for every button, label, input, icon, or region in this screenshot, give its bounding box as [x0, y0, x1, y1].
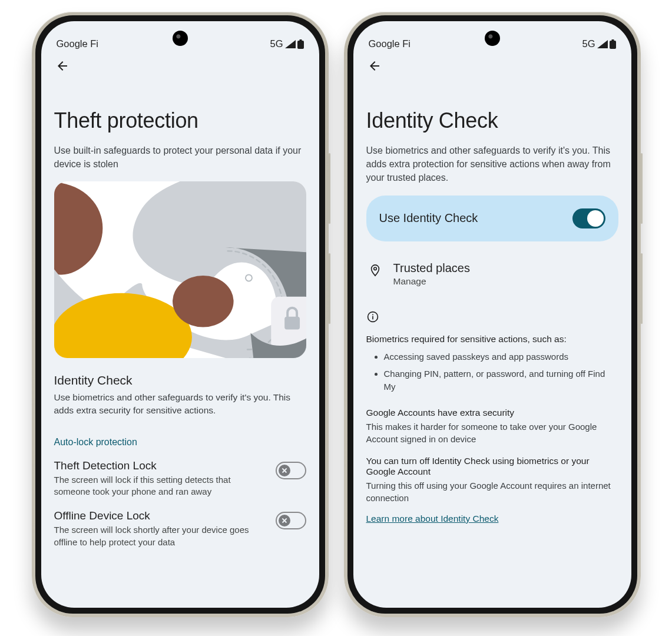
use-identity-check-label: Use Identity Check — [379, 211, 478, 225]
theft-illustration-card[interactable] — [54, 181, 306, 358]
svg-point-4 — [173, 276, 234, 327]
page-subtitle: Use biometrics and other safeguards to v… — [366, 144, 618, 185]
identity-check-desc: Use biometrics and other safeguards to v… — [54, 391, 306, 416]
location-pin-icon — [369, 264, 382, 277]
info-icon — [366, 310, 379, 323]
use-identity-check-switch[interactable] — [572, 208, 605, 228]
back-button[interactable] — [362, 53, 388, 79]
svg-rect-0 — [299, 39, 302, 41]
back-button[interactable] — [49, 53, 75, 79]
svg-rect-1 — [297, 41, 304, 49]
page-title: Theft protection — [54, 108, 306, 133]
screen-theft-protection: Google Fi 5G Theft protection Use built-… — [41, 21, 319, 608]
learn-more-link[interactable]: Learn more about Identity Check — [366, 514, 499, 524]
network-label: 5G — [582, 38, 595, 49]
carrier-label: Google Fi — [369, 38, 411, 49]
trusted-places-item[interactable]: Trusted places Manage — [366, 260, 618, 288]
screen-identity-check: Google Fi 5G Identity Check Use biometri… — [353, 21, 631, 608]
use-identity-check-toggle-row[interactable]: Use Identity Check — [366, 196, 618, 241]
phone-left: Google Fi 5G Theft protection Use built-… — [32, 12, 329, 617]
svg-rect-9 — [610, 41, 616, 49]
info-block: Biometrics required for sensitive action… — [366, 310, 618, 524]
camera-cutout — [173, 31, 188, 46]
turnoff-heading: You can turn off Identity Check using bi… — [366, 456, 618, 477]
battery-icon — [610, 39, 616, 49]
turnoff-text: Turning this off using your Google Accou… — [366, 479, 618, 504]
offline-device-toggle[interactable] — [276, 512, 306, 529]
svg-rect-11 — [372, 316, 373, 319]
phone-right: Google Fi 5G Identity Check Use biometri… — [344, 12, 641, 617]
trusted-places-sub: Manage — [393, 276, 470, 287]
page-title: Identity Check — [366, 108, 618, 133]
auto-lock-section-label: Auto-lock protection — [54, 437, 306, 448]
theft-illustration — [54, 181, 306, 358]
battery-icon — [297, 39, 304, 49]
accounts-heading: Google Accounts have extra security — [366, 408, 618, 418]
theft-detection-desc: The screen will lock if this setting det… — [54, 474, 267, 498]
biometrics-bullet: Changing PIN, pattern, or password, and … — [384, 366, 618, 397]
svg-rect-8 — [611, 39, 614, 41]
network-label: 5G — [270, 38, 283, 49]
theft-detection-lock-row: Theft Detection Lock The screen will loc… — [54, 459, 306, 498]
signal-icon — [285, 40, 296, 48]
biometrics-bullet: Accessing saved passkeys and app passwor… — [384, 349, 618, 367]
arrow-left-icon — [55, 59, 69, 73]
signal-icon — [597, 40, 608, 48]
identity-check-title: Identity Check — [54, 373, 306, 387]
theft-detection-toggle[interactable] — [276, 462, 306, 479]
camera-cutout — [485, 31, 500, 46]
trusted-places-title: Trusted places — [393, 261, 470, 275]
svg-rect-7 — [284, 317, 300, 330]
accounts-text: This makes it harder for someone to take… — [366, 420, 618, 445]
offline-device-desc: The screen will lock shortly after your … — [54, 524, 267, 548]
arrow-left-icon — [368, 59, 382, 73]
identity-check-item[interactable]: Identity Check Use biometrics and other … — [54, 373, 306, 416]
biometrics-heading: Biometrics required for sensitive action… — [366, 334, 618, 344]
offline-device-title: Offline Device Lock — [54, 509, 267, 522]
theft-detection-title: Theft Detection Lock — [54, 459, 267, 472]
page-subtitle: Use built-in safeguards to protect your … — [54, 144, 306, 171]
svg-rect-12 — [372, 314, 373, 315]
carrier-label: Google Fi — [57, 38, 99, 49]
offline-device-lock-row: Offline Device Lock The screen will lock… — [54, 509, 306, 548]
